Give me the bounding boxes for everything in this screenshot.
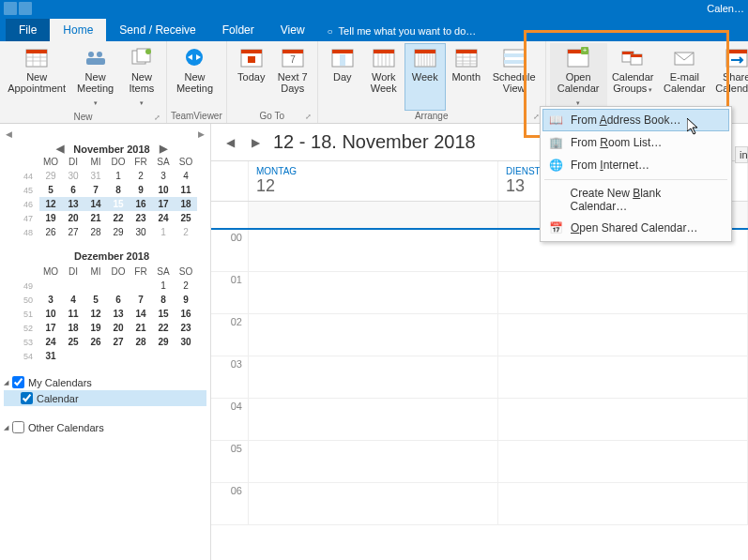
tab-home[interactable]: Home (50, 19, 106, 41)
svg-rect-46 (504, 53, 525, 57)
sidebar-prev-far[interactable]: ◀ (6, 129, 12, 139)
group-label-tv: TeamViewer (171, 111, 222, 123)
svg-rect-1 (26, 50, 47, 53)
items-icon (129, 46, 155, 68)
month-button[interactable]: Month (446, 43, 487, 111)
group-label-arrange: Arrange⤢ (322, 111, 542, 123)
appointment-icon (23, 46, 50, 68)
new-items-button[interactable]: New Items (121, 43, 162, 112)
qat-icon[interactable] (19, 2, 32, 15)
svg-rect-58 (726, 50, 747, 53)
svg-rect-16 (241, 50, 262, 53)
share-calendar-icon (724, 46, 748, 68)
svg-point-11 (145, 49, 151, 54)
svg-text:7: 7 (290, 54, 296, 65)
next7-button[interactable]: 7 Next 7 Days (272, 43, 313, 111)
ribbon-tabs: File Home Send / Receive Folder View Tel… (0, 17, 748, 41)
menu-open-shared-calendar[interactable]: 📅 Open Shared Calendar… (542, 217, 729, 239)
time-grid[interactable]: 00010203040506 (211, 230, 748, 560)
email-calendar-icon (671, 46, 697, 68)
group-arrange: Day Work Week Week Month Schedule View A… (318, 41, 546, 123)
room-list-icon: 🏢 (548, 135, 563, 150)
date-range-title: 12 - 18. November 2018 (273, 131, 476, 153)
menu-from-internet[interactable]: 🌐 From Internet… (542, 154, 729, 176)
tab-view[interactable]: View (267, 19, 318, 41)
my-calendars-header[interactable]: My Calendars (4, 374, 206, 390)
next7-icon: 7 (280, 46, 306, 68)
tell-me-search[interactable]: Tell me what you want to do… (318, 21, 486, 41)
week-button[interactable]: Week (405, 43, 446, 111)
sidebar: ◀▶ ◀November 2018▶ MODIMIDOFRSASO4429303… (0, 124, 211, 560)
open-calendar-button[interactable]: + Open Calendar (550, 43, 607, 112)
qat-icon[interactable] (4, 2, 17, 15)
svg-rect-8 (86, 58, 105, 65)
new-appointment-button[interactable]: New Appointment (4, 43, 69, 112)
address-book-icon: 📖 (548, 113, 563, 128)
svg-rect-31 (415, 50, 435, 53)
sidebar-next-far[interactable]: ▶ (198, 129, 205, 139)
svg-rect-19 (282, 50, 303, 53)
dialog-launcher-icon[interactable]: ⤢ (533, 113, 540, 121)
group-goto: Today 7 Next 7 Days Go To⤢ (227, 41, 318, 123)
svg-rect-45 (504, 50, 525, 67)
mini-calendar-dec[interactable]: Dezember 2018 MODIMIDOFRSASO491250345678… (17, 250, 206, 363)
menu-create-blank-calendar[interactable]: Create New Blank Calendar… (542, 183, 729, 217)
today-icon (238, 46, 265, 68)
svg-point-6 (88, 52, 94, 57)
svg-rect-17 (248, 56, 255, 63)
group-label-goto: Go To⤢ (231, 111, 313, 123)
group-new: New Appointment New Meeting New Items Ne… (0, 41, 167, 123)
menu-from-address-book[interactable]: 📖 From Address Book… (542, 109, 729, 131)
today-button[interactable]: Today (231, 43, 272, 111)
svg-rect-47 (504, 60, 525, 64)
svg-text:+: + (583, 47, 588, 54)
day-button[interactable]: Day (322, 43, 363, 111)
schedule-view-button[interactable]: Schedule View (487, 43, 542, 111)
tab-send-receive[interactable]: Send / Receive (106, 19, 208, 41)
svg-point-7 (97, 52, 102, 57)
calendar-groups-button[interactable]: Calendar Groups (607, 43, 659, 112)
other-calendars-header[interactable]: Other Calendars (4, 419, 206, 435)
calendar-groups-icon (619, 46, 646, 68)
group-label-new: New⤢ (4, 112, 162, 124)
group-teamviewer: New Meeting TeamViewer (167, 41, 227, 123)
quick-access-toolbar (4, 2, 32, 15)
teamviewer-icon (181, 46, 207, 68)
mini-calendar-nov[interactable]: ◀November 2018▶ MODIMIDOFRSASO4429303112… (17, 143, 206, 239)
svg-rect-55 (631, 54, 642, 57)
dialog-launcher-icon[interactable]: ⤢ (305, 113, 312, 121)
day-icon (329, 46, 356, 68)
svg-rect-39 (456, 50, 477, 53)
schedule-icon (501, 46, 527, 68)
tab-folder[interactable]: Folder (209, 19, 267, 41)
next-week[interactable]: ▶ (248, 136, 264, 149)
dialog-launcher-icon[interactable]: ⤢ (154, 114, 160, 122)
month-icon (453, 46, 480, 68)
share-calendar-button[interactable]: Share Calendar (710, 43, 748, 112)
email-calendar-button[interactable]: E-mail Calendar (659, 43, 710, 112)
svg-rect-25 (374, 50, 394, 53)
menu-from-room-list[interactable]: 🏢 From Room List… (542, 131, 729, 154)
work-week-button[interactable]: Work Week (363, 43, 405, 111)
peek-edge: in (735, 146, 748, 163)
svg-rect-22 (332, 50, 353, 53)
prev-week[interactable]: ◀ (222, 136, 238, 149)
open-calendar-menu: 📖 From Address Book… 🏢 From Room List… 🌐… (540, 106, 732, 242)
calendar-list: My Calendars Calendar Other Calendars (4, 374, 206, 435)
new-meeting-button[interactable]: New Meeting (69, 43, 121, 112)
work-week-icon (371, 46, 397, 68)
titlebar: Calen… (0, 0, 748, 17)
open-calendar-icon: + (565, 46, 591, 68)
meeting-icon (83, 46, 109, 68)
next-month[interactable]: ▶ (156, 143, 171, 155)
day-header-mon[interactable]: MONTAG 12 (249, 161, 498, 201)
internet-icon: 🌐 (548, 158, 563, 173)
calendar-item[interactable]: Calendar (4, 390, 206, 406)
app-title: Calen… (707, 3, 744, 14)
tv-new-meeting-button[interactable]: New Meeting (171, 43, 219, 111)
tab-file[interactable]: File (6, 19, 50, 41)
shared-calendar-icon: 📅 (548, 220, 563, 235)
svg-rect-23 (340, 54, 345, 66)
week-icon (412, 46, 438, 68)
prev-month[interactable]: ◀ (53, 143, 68, 155)
